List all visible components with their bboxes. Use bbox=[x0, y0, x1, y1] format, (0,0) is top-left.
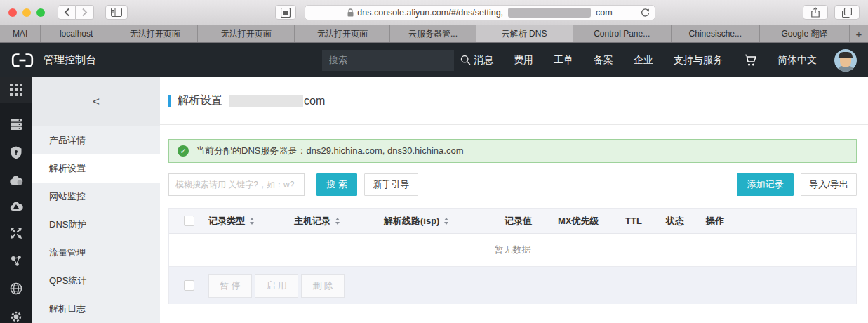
cart-icon bbox=[744, 54, 757, 67]
dns-server-alert: ✓ 当前分配的DNS服务器是：dns29.hichina.com, dns30.… bbox=[168, 139, 857, 163]
sidebar-item-qps-stats[interactable]: QPS统计 bbox=[32, 267, 160, 295]
zoom-window-button[interactable] bbox=[36, 8, 45, 17]
scale-arrows-icon[interactable] bbox=[10, 227, 22, 239]
browser-tab-bar: MAI localhost 无法打开页面 无法打开页面 无法打开页面 云服务器管… bbox=[0, 25, 868, 43]
import-export-button[interactable]: 导入/导出 bbox=[801, 173, 857, 196]
tab-overview-button[interactable] bbox=[834, 5, 860, 20]
records-table: 记录类型 主机记录 解析线路(isp) 记录值 MX优先级 TTL 状态 bbox=[168, 208, 857, 304]
minimize-window-button[interactable] bbox=[22, 8, 31, 17]
console-top-nav: 管理控制台 消息 费用 工单 备案 企业 支持与服务 简体中文 bbox=[0, 43, 868, 77]
search-button[interactable]: 搜 索 bbox=[316, 173, 357, 196]
browser-titlebar: dns.console.aliyun.com/#/dns/setting,com bbox=[0, 0, 868, 25]
address-bar[interactable]: dns.console.aliyun.com/#/dns/setting,com bbox=[305, 5, 655, 20]
select-all-checkbox[interactable] bbox=[184, 216, 194, 226]
page-title: 解析设置 bbox=[178, 93, 222, 108]
success-check-icon: ✓ bbox=[178, 145, 189, 157]
browser-tab[interactable]: Control Pane... bbox=[573, 25, 672, 42]
reload-button[interactable] bbox=[641, 8, 650, 18]
language-switcher[interactable]: 简体中文 bbox=[777, 54, 817, 67]
nav-item-icp[interactable]: 备案 bbox=[594, 54, 613, 67]
globe-icon[interactable] bbox=[10, 282, 22, 295]
chevron-left-icon bbox=[64, 8, 70, 17]
server-icon[interactable] bbox=[10, 118, 22, 131]
console-search bbox=[322, 50, 454, 71]
table-header-row: 记录类型 主机记录 解析线路(isp) 记录值 MX优先级 TTL 状态 bbox=[169, 209, 856, 234]
main-content: 解析设置 com ✓ 当前分配的DNS服务器是：dns29.hichina.co… bbox=[160, 77, 868, 323]
cloud-icon[interactable] bbox=[9, 175, 23, 185]
browser-tab[interactable]: 无法打开页面 bbox=[198, 25, 295, 42]
share-icon bbox=[811, 7, 820, 18]
lock-icon bbox=[347, 8, 354, 17]
dns-sidebar: < 产品详情 解析设置 网站监控 DNS防护 流量管理 QPS统计 解析日志 bbox=[32, 77, 160, 323]
add-record-button[interactable]: 添加记录 bbox=[737, 173, 794, 196]
security-shield-icon[interactable] bbox=[10, 146, 22, 159]
console-search-button[interactable] bbox=[460, 50, 471, 71]
window-controls bbox=[8, 8, 45, 17]
nav-item-messages[interactable]: 消息 bbox=[474, 54, 493, 67]
sidebar-collapse-button[interactable]: < bbox=[86, 95, 107, 109]
col-isp-line: 解析线路(isp) bbox=[384, 215, 505, 228]
cart-button[interactable] bbox=[744, 54, 757, 67]
beginner-guide-button[interactable]: 新手引导 bbox=[364, 173, 418, 196]
url-text: dns.console.aliyun.com/#/dns/setting, bbox=[357, 8, 503, 18]
dns-server-alert-text: 当前分配的DNS服务器是：dns29.hichina.com, dns30.hi… bbox=[196, 145, 463, 157]
product-icon-rail bbox=[0, 77, 32, 323]
nav-item-billing[interactable]: 费用 bbox=[514, 54, 533, 67]
back-button[interactable] bbox=[58, 5, 76, 20]
col-status: 状态 bbox=[666, 215, 706, 228]
table-empty-state: 暂无数据 bbox=[169, 234, 856, 267]
reload-icon bbox=[641, 8, 650, 18]
fuzzy-search-input[interactable] bbox=[168, 173, 305, 196]
sort-host-record[interactable] bbox=[335, 218, 340, 225]
record-toolbar: 搜 索 新手引导 添加记录 导入/导出 bbox=[168, 173, 857, 196]
network-nodes-icon[interactable] bbox=[10, 255, 22, 267]
forward-button[interactable] bbox=[76, 5, 94, 20]
sidebar-toggle-button[interactable] bbox=[105, 5, 128, 20]
browser-tab[interactable]: MAI bbox=[0, 25, 41, 42]
chevron-right-icon bbox=[81, 8, 88, 17]
browser-tab[interactable]: localhost bbox=[41, 25, 112, 42]
sidebar-item-dns-protection[interactable]: DNS防护 bbox=[32, 211, 160, 239]
enable-button[interactable]: 启 用 bbox=[255, 274, 298, 298]
avatar[interactable] bbox=[834, 49, 857, 72]
close-window-button[interactable] bbox=[8, 8, 17, 17]
sidebar-item-dns-logs[interactable]: 解析日志 bbox=[32, 295, 160, 323]
browser-tab[interactable]: 云服务器管... bbox=[390, 25, 476, 42]
sort-isp-line[interactable] bbox=[444, 218, 448, 225]
share-button[interactable] bbox=[803, 5, 828, 20]
sidebar-item-site-monitoring[interactable]: 网站监控 bbox=[32, 183, 160, 211]
page-preview-button[interactable] bbox=[275, 5, 296, 20]
gear-icon[interactable] bbox=[10, 310, 22, 323]
sort-record-type[interactable] bbox=[250, 218, 254, 225]
tabs-icon bbox=[842, 8, 852, 18]
browser-tab[interactable]: 无法打开页面 bbox=[295, 25, 390, 42]
sidebar-item-dns-settings[interactable]: 解析设置 bbox=[32, 154, 160, 183]
sidebar-item-product-details[interactable]: 产品详情 bbox=[32, 126, 160, 154]
apps-grid-icon[interactable] bbox=[10, 84, 22, 96]
browser-tab-active[interactable]: 云解析 DNS bbox=[476, 25, 573, 42]
pause-button[interactable]: 暂 停 bbox=[208, 274, 252, 298]
nav-item-support[interactable]: 支持与服务 bbox=[674, 54, 723, 67]
col-actions: 操作 bbox=[706, 215, 856, 228]
browser-tab[interactable]: Google 翻译 bbox=[760, 25, 850, 42]
redacted-domain-title bbox=[229, 95, 303, 107]
footer-select-checkbox[interactable] bbox=[184, 280, 194, 291]
col-record-value: 记录值 bbox=[505, 215, 558, 228]
col-host-record: 主机记录 bbox=[294, 215, 384, 228]
console-search-input[interactable] bbox=[322, 50, 460, 71]
aliyun-logo bbox=[11, 53, 34, 68]
table-footer-row: 暂 停 启 用 删 除 bbox=[169, 267, 856, 304]
console-title: 管理控制台 bbox=[44, 53, 96, 67]
sidebar-item-traffic-management[interactable]: 流量管理 bbox=[32, 239, 160, 267]
nav-item-tickets[interactable]: 工单 bbox=[554, 54, 573, 67]
sidebar-icon bbox=[111, 8, 122, 17]
page-icon bbox=[281, 8, 291, 18]
new-tab-button[interactable]: + bbox=[850, 25, 868, 42]
nav-item-enterprise[interactable]: 企业 bbox=[634, 54, 653, 67]
page-title-domain-suffix: com bbox=[304, 95, 325, 107]
browser-tab[interactable]: 无法打开页面 bbox=[112, 25, 198, 42]
title-accent-bar bbox=[168, 95, 171, 107]
browser-tab[interactable]: Chinesische... bbox=[672, 25, 760, 42]
delete-button[interactable]: 删 除 bbox=[301, 274, 345, 298]
cloud-storage-icon[interactable] bbox=[10, 201, 23, 211]
